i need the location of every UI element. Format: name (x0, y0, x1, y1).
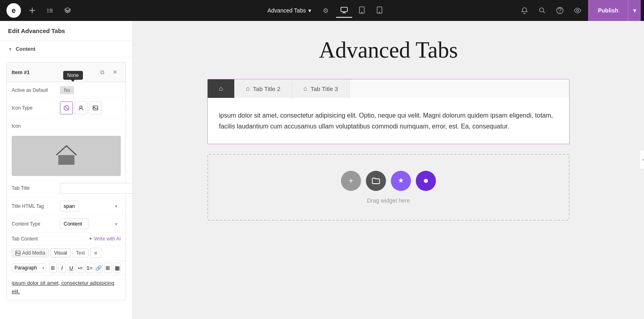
editor-content-area[interactable]: ipsum dolor sit amet, consectetur adipis… (7, 275, 126, 300)
item-card-actions: ⧉ ✕ (97, 66, 121, 78)
icon-label-row: Icon (7, 118, 126, 134)
icon-type-image-button[interactable] (89, 102, 102, 114)
topbar-left: e (0, 3, 137, 18)
content-type-row: Content Type Content Template (7, 215, 126, 233)
active-as-default-label: Active as Default (12, 87, 60, 93)
active-as-default-row: Active as Default None No (7, 82, 126, 98)
icon-type-buttons (60, 102, 121, 114)
add-media-button[interactable]: Add Media (12, 249, 49, 257)
svg-point-13 (577, 10, 579, 12)
svg-rect-4 (50, 10, 53, 11)
svg-point-21 (424, 179, 428, 183)
title-html-tag-select-wrapper: span h1 h2 h3 div (60, 201, 121, 211)
icon-label: Icon (12, 123, 60, 129)
tablet-view-button[interactable] (354, 3, 370, 18)
layers-icon[interactable] (61, 4, 74, 17)
link-button[interactable]: 🔗 (95, 263, 103, 273)
tab-item-2[interactable]: ⌂ Tab Title 2 (235, 79, 292, 98)
title-html-tag-row: Title HTML Tag span h1 h2 h3 div (7, 197, 126, 215)
panel-header: Edit Advanced Tabs (0, 21, 132, 41)
elementor-logo[interactable]: e (6, 3, 21, 18)
add-widget-drag-button[interactable]: + (341, 171, 361, 191)
ai-widget-button[interactable] (416, 171, 436, 191)
mobile-view-button[interactable] (372, 3, 388, 18)
write-with-ai-button[interactable]: ✦ Write with AI (89, 236, 121, 242)
title-html-tag-select[interactable]: span h1 h2 h3 div (60, 201, 79, 211)
title-html-tag-label: Title HTML Tag (12, 203, 60, 209)
paragraph-format-select[interactable]: Paragraph Heading 1 Heading 2 (12, 263, 46, 272)
tab1-icon: ⌂ (219, 85, 223, 92)
view-mode-buttons (336, 3, 388, 18)
svg-point-10 (379, 12, 380, 13)
item-card: Item #1 ⧉ ✕ Active as Default None No (6, 62, 126, 300)
tab-title-label: Tab Title (12, 185, 60, 191)
item-card-title: Item #1 (12, 69, 30, 75)
tab-title-row: Tab Title ≡ (7, 179, 126, 197)
content-type-select[interactable]: Content Template (60, 218, 89, 229)
editor-content-text: ipsum dolor sit amet, (12, 280, 62, 286)
notifications-icon[interactable] (517, 3, 532, 18)
section-chevron-icon: ▼ (8, 47, 12, 52)
text-tab-button[interactable]: Text (72, 249, 89, 257)
content-type-label: Content Type (12, 221, 60, 227)
align-button[interactable]: ⊞ (104, 263, 112, 273)
help-icon[interactable] (553, 3, 567, 18)
unordered-list-button[interactable]: •≡ (76, 263, 84, 273)
editor-format-toolbar: Paragraph Heading 1 Heading 2 B I U •≡ 1… (7, 261, 126, 275)
tabs-content: ipsum dolor sit amet, consectetur adipis… (208, 98, 569, 144)
tab-title-input[interactable] (60, 183, 132, 194)
page-settings-button[interactable]: ⚙ (318, 3, 333, 18)
folder-widget-button[interactable] (366, 171, 386, 191)
svg-point-15 (80, 106, 82, 108)
preview-icon[interactable] (570, 3, 585, 18)
icon-type-icon-button[interactable] (74, 102, 87, 114)
tab3-label: Tab Title 3 (310, 85, 338, 92)
publish-button[interactable]: Publish ▾ (588, 0, 641, 21)
drag-widget-area: + Drag widget here (207, 154, 570, 221)
main-area: Edit Advanced Tabs ▼ Content Item #1 ⧉ ✕ (0, 21, 644, 319)
delete-item-button[interactable]: ✕ (109, 66, 121, 78)
write-ai-icon: ✦ (89, 236, 93, 242)
active-as-default-toggle[interactable]: No (60, 86, 74, 94)
bold-button[interactable]: B (49, 263, 57, 273)
panel-body: ▼ Content Item #1 ⧉ ✕ Active as Default … (0, 41, 132, 319)
svg-rect-0 (47, 9, 49, 10)
title-html-tag-value: span h1 h2 h3 div (60, 201, 121, 211)
italic-button[interactable]: I (58, 263, 66, 273)
page-title-button[interactable]: Advanced Tabs ▾ (263, 5, 315, 16)
table-button[interactable]: ▦ (113, 263, 121, 273)
svg-point-11 (540, 8, 544, 12)
content-section-toggle[interactable]: ▼ Content (0, 41, 132, 57)
publish-label: Publish (588, 0, 628, 21)
tab-content-label: Tab Content (12, 236, 38, 242)
content-type-value: Content Template (60, 218, 121, 229)
drag-widget-icons: + (224, 171, 553, 191)
editor-options-icon[interactable]: ≡ (90, 248, 101, 258)
add-media-label: Add Media (22, 250, 45, 256)
drag-widget-text: Drag widget here (224, 197, 553, 204)
desktop-view-button[interactable] (336, 3, 352, 18)
svg-rect-5 (50, 12, 53, 12)
svg-rect-1 (47, 10, 49, 11)
search-icon[interactable] (535, 3, 549, 18)
chevron-down-icon: ▾ (308, 7, 311, 14)
content-type-select-wrapper: Content Template (60, 218, 121, 229)
duplicate-item-button[interactable]: ⧉ (97, 66, 108, 78)
svg-point-8 (361, 12, 362, 13)
ordered-list-button[interactable]: 1≡ (86, 263, 93, 273)
write-ai-label: Write with AI (94, 236, 121, 242)
tab-item-1[interactable]: ⌂ (208, 79, 235, 98)
settings-icon[interactable] (43, 4, 56, 17)
icon-preview (12, 136, 121, 176)
icon-type-btn-group (60, 102, 102, 114)
sparkle-widget-button[interactable] (391, 171, 411, 191)
add-widget-button[interactable] (26, 4, 39, 17)
underline-button[interactable]: U (68, 263, 75, 273)
tab-item-3[interactable]: ⌂ Tab Title 3 (292, 79, 350, 98)
item-card-header: Item #1 ⧉ ✕ (7, 62, 126, 82)
tabs-nav: ⌂ ⌂ Tab Title 2 ⌂ Tab Title 3 (208, 79, 569, 98)
canvas-inner: Advanced Tabs ⌂ ⌂ Tab Title 2 ⌂ Tab Titl… (207, 37, 570, 221)
topbar-page-title: Advanced Tabs (267, 7, 305, 14)
visual-tab-button[interactable]: Visual (50, 249, 70, 257)
icon-type-none-button[interactable] (60, 102, 73, 114)
